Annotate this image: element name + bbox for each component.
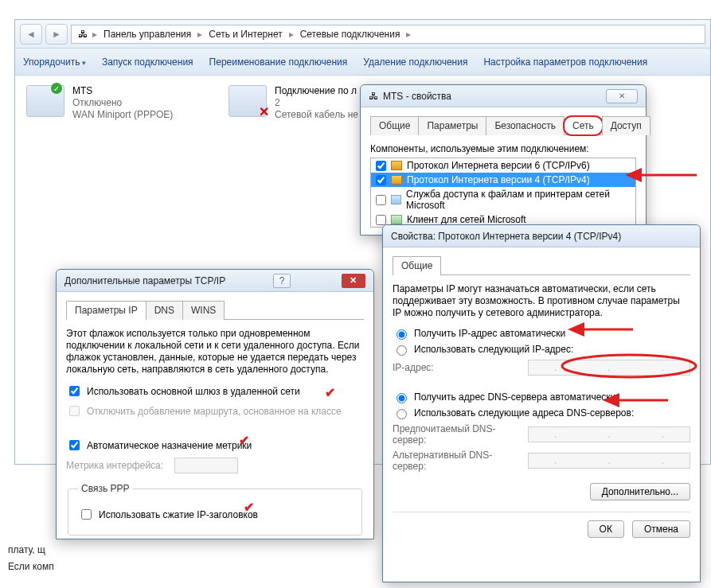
connection-driver: WAN Miniport (PPPOE) [72, 109, 173, 121]
breadcrumb[interactable]: 🖧 ▸ Панель управления ▸ Сеть и Интернет … [71, 25, 705, 44]
delete-connection-button[interactable]: Удаление подключения [363, 56, 467, 68]
network-icon: 🖧 [76, 28, 89, 41]
dialog-icon: 🖧 [369, 91, 378, 102]
forward-button[interactable]: ► [45, 24, 68, 45]
dialog-title-bar[interactable]: Дополнительные параметры TCP/IP ? ✕ [57, 270, 373, 292]
tab-ip-params[interactable]: Параметры IP [66, 301, 146, 320]
background-text: плату, щ Если комп [8, 541, 54, 574]
connection-title: Подключение по л [275, 85, 358, 97]
radio-dns-manual[interactable]: Использовать следующие адреса DNS-сервер… [393, 407, 690, 419]
breadcrumb-item[interactable]: Сеть и Интернет [205, 29, 285, 40]
protocol-icon [391, 161, 402, 170]
close-button[interactable]: ✕ [342, 274, 365, 288]
gateway-checkbox-row[interactable]: Использовать основной шлюз в удаленной с… [66, 384, 364, 399]
checkbox-input[interactable] [69, 386, 80, 396]
dns-pref-input[interactable]: ... [528, 426, 690, 442]
dialog-title: Дополнительные параметры TCP/IP [64, 275, 225, 286]
metric-field-row: Метрика интерфейса: [66, 458, 364, 473]
tab-parameters[interactable]: Параметры [418, 116, 486, 135]
dns-alt-label: Альтернативный DNS-сервер: [393, 450, 520, 472]
dialog-title: MTS - свойства [383, 91, 451, 102]
metric-input [174, 458, 238, 473]
tab-wins[interactable]: WINS [182, 301, 225, 320]
start-connection-button[interactable]: Запуск подключения [102, 56, 193, 68]
explorer-nav: ◄ ► 🖧 ▸ Панель управления ▸ Сеть и Интер… [15, 20, 710, 49]
component-checkbox[interactable] [376, 195, 386, 205]
connection-status: 2 [275, 97, 358, 109]
advanced-tcpip-dialog: Дополнительные параметры TCP/IP ? ✕ Пара… [56, 269, 374, 539]
ppp-legend: Связь PPP [78, 483, 133, 494]
tab-general[interactable]: Общие [393, 256, 441, 275]
client-icon [391, 215, 402, 224]
breadcrumb-item[interactable]: Сетевые подключения [297, 29, 404, 40]
radio-input[interactable] [397, 393, 407, 403]
component-fileprint[interactable]: Служба доступа к файлам и принтерам сете… [371, 187, 635, 212]
close-button[interactable]: ✕ [606, 89, 638, 103]
checkbox-input [69, 406, 80, 416]
radio-ip-auto[interactable]: Получить IP-адрес автоматически [393, 327, 690, 340]
back-button[interactable]: ◄ [20, 24, 42, 45]
rename-connection-button[interactable]: Переименование подключения [209, 56, 348, 68]
tab-network[interactable]: Сеть [564, 116, 603, 135]
ip-address-input[interactable]: ... [528, 360, 690, 376]
tab-general[interactable]: Общие [370, 116, 419, 135]
ip-address-label: IP-адрес: [393, 362, 520, 373]
ipv4-tabs: Общие [393, 255, 690, 275]
tab-access[interactable]: Доступ [602, 116, 650, 135]
metric-checkbox-row[interactable]: Автоматическое назначение метрики [66, 438, 364, 453]
ipv4-description: Параметры IP могут назначаться автоматич… [393, 283, 690, 319]
connection-icon [229, 85, 267, 117]
tab-dns[interactable]: DNS [146, 301, 183, 320]
dns-alt-input[interactable]: ... [528, 453, 690, 469]
component-checkbox[interactable] [376, 161, 386, 171]
checkbox-input[interactable] [69, 440, 80, 450]
connection-title: MTS [72, 85, 173, 97]
cancel-button[interactable]: Отмена [632, 520, 690, 538]
connection-icon: ✓ [26, 85, 64, 117]
checkbox-input[interactable] [81, 509, 92, 520]
adv-tabs: Параметры IP DNS WINS [66, 300, 364, 320]
components-label: Компоненты, используемые этим подключени… [370, 143, 636, 154]
ipv4-properties-dialog: Свойства: Протокол Интернета версии 4 (T… [382, 224, 701, 582]
dns-pref-label: Предпочитаемый DNS-сервер: [393, 423, 520, 446]
mts-properties-dialog: 🖧 MTS - свойства ✕ Общие Параметры Безоп… [360, 84, 647, 236]
breadcrumb-item[interactable]: Панель управления [100, 29, 194, 40]
radio-input[interactable] [397, 345, 407, 356]
components-list[interactable]: Протокол Интернета версии 6 (TCP/IPv6) П… [370, 158, 636, 228]
ppp-group: Связь PPP Использовать сжатие IP-заголов… [68, 483, 362, 535]
tab-security[interactable]: Безопасность [486, 116, 565, 135]
connection-settings-button[interactable]: Настройка параметров подключения [483, 56, 647, 68]
adv-description: Этот флажок используется только при одно… [66, 328, 364, 376]
connection-mts[interactable]: ✓ MTS Отключено WAN Miniport (PPPOE) [26, 85, 217, 121]
ppp-compress-row[interactable]: Использовать сжатие IP-заголовков [78, 507, 352, 522]
ok-button[interactable]: ОК [588, 520, 624, 538]
advanced-button[interactable]: Дополнительно... [590, 483, 690, 500]
route-checkbox-row: Отключить добавление маршрута, основанно… [66, 403, 364, 419]
radio-ip-manual[interactable]: Использовать следующий IP-адрес: [393, 343, 690, 356]
component-ipv6[interactable]: Протокол Интернета версии 6 (TCP/IPv6) [371, 158, 635, 173]
connection-driver: Сетевой кабель не [275, 109, 358, 121]
printer-icon [391, 195, 401, 204]
component-checkbox[interactable] [376, 175, 386, 185]
explorer-toolbar: Упорядочить Запуск подключения Переимено… [15, 49, 710, 76]
component-ipv4[interactable]: Протокол Интернета версии 4 (TCP/IPv4) [371, 173, 635, 187]
organize-menu[interactable]: Упорядочить [23, 56, 86, 68]
protocol-icon [391, 175, 402, 185]
radio-input[interactable] [397, 409, 407, 419]
radio-input[interactable] [397, 329, 407, 340]
radio-dns-auto[interactable]: Получить адрес DNS-сервера автоматически [393, 391, 690, 403]
mts-tabs: Общие Параметры Безопасность Сеть Доступ [370, 115, 636, 135]
help-button[interactable]: ? [273, 274, 291, 288]
dialog-title: Свойства: Протокол Интернета версии 4 (T… [391, 231, 621, 242]
dialog-title-bar[interactable]: Свойства: Протокол Интернета версии 4 (T… [383, 225, 700, 247]
connection-status: Отключено [72, 97, 173, 109]
component-checkbox[interactable] [376, 215, 386, 225]
dialog-title-bar[interactable]: 🖧 MTS - свойства ✕ [361, 85, 646, 107]
